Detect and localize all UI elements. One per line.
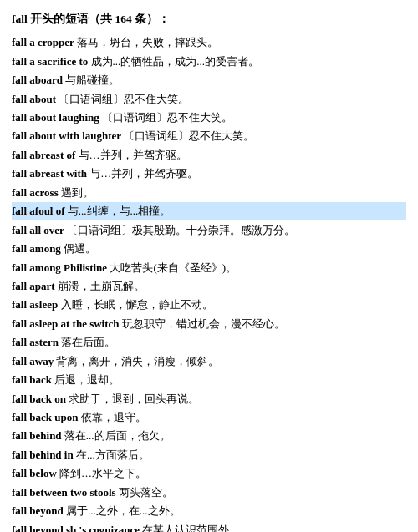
entry-key: fall astern	[12, 336, 61, 348]
entry-key: fall abreast with	[12, 167, 89, 180]
list-item: fall aboard 与船碰撞。	[12, 71, 406, 89]
list-item: fall away 背离，离开，消失，消瘦，倾斜。	[12, 352, 406, 370]
entry-key: fall apart	[12, 280, 58, 292]
entry-key: fall back upon	[12, 411, 81, 423]
page-title: fall 开头的短语（共 164 条）：	[12, 10, 406, 28]
list-item: fall beyond sb.'s cognizance 在某人认识范围外。	[12, 521, 406, 532]
list-item: fall a sacrifice to 成为...的牺牲品，成为...的受害者。	[12, 53, 406, 70]
entry-key: fall behind	[12, 429, 64, 442]
entry-key: fall all over	[12, 224, 67, 236]
entry-key: fall a sacrifice to	[12, 55, 91, 68]
list-item: fall abreast of 与…并列，并驾齐驱。	[12, 146, 406, 164]
entry-value: 降到…水平之下。	[59, 467, 146, 479]
entry-value: 偶遇。	[64, 242, 96, 255]
list-item: fall all over 〔口语词组〕极其殷勤。十分崇拜。感激万分。	[12, 221, 406, 239]
list-item: fall back upon 依靠，退守。	[12, 408, 406, 426]
entry-value: 在...方面落后。	[76, 448, 150, 461]
list-item: fall abreast with 与…并列，并驾齐驱。	[12, 165, 406, 182]
entry-value: 两头落空。	[119, 486, 173, 499]
entry-value: 属于...之外，在...之外。	[66, 504, 181, 517]
list-item: fall beyond 属于...之外，在...之外。	[12, 502, 406, 519]
entry-key: fall about laughing	[12, 111, 102, 124]
entry-value: 入睡，长眠，懈怠，静止不动。	[61, 298, 213, 311]
list-item: fall back on 求助于，退到，回头再说。	[12, 390, 406, 408]
entry-key: fall back	[12, 373, 54, 386]
entry-value: 落马，坍台，失败，摔跟头。	[77, 36, 218, 48]
entry-key: fall beyond sb.'s cognizance	[12, 524, 142, 532]
list-item: fall about 〔口语词组〕忍不住大笑。	[12, 90, 406, 108]
entry-key: fall among	[12, 242, 64, 255]
list-item: fall afoul of 与...纠缠，与...相撞。	[12, 202, 406, 220]
entry-key: fall back on	[12, 393, 69, 405]
entry-value: 落在后面。	[61, 336, 115, 348]
entry-key: fall about	[12, 93, 59, 105]
entry-key: fall asleep at the switch	[12, 317, 122, 330]
entry-key: fall beyond	[12, 504, 66, 517]
entry-key: fall aboard	[12, 73, 65, 86]
list-item: fall asleep at the switch 玩忽职守，错过机会，漫不经心…	[12, 315, 406, 332]
list-item: fall back 后退，退却。	[12, 371, 406, 388]
entry-value: 成为...的牺牲品，成为...的受害者。	[91, 55, 260, 68]
list-item: fall about laughing 〔口语词组〕忍不住大笑。	[12, 109, 406, 126]
entry-value: 〔口语词组〕忍不住大笑。	[124, 129, 254, 142]
entry-value: 与…并列，并驾齐驱。	[79, 149, 187, 161]
entry-value: 背离，离开，消失，消瘦，倾斜。	[56, 355, 219, 367]
entry-key: fall afoul of	[12, 205, 68, 217]
entry-key: fall across	[12, 186, 61, 199]
entry-value: 遇到。	[61, 186, 94, 199]
list-item: fall among Philistine 大吃苦头(来自《圣经》)。	[12, 259, 406, 276]
list-item: fall behind 落在...的后面，拖欠。	[12, 427, 406, 444]
entry-value: 后退，退却。	[54, 373, 120, 386]
entry-key: fall behind in	[12, 448, 76, 461]
entry-key: fall between two stools	[12, 486, 119, 499]
list-item: fall below 降到…水平之下。	[12, 464, 406, 482]
entry-value: 在某人认识范围外。	[142, 524, 240, 532]
entry-value: 玩忽职守，错过机会，漫不经心。	[122, 317, 285, 330]
entry-key: fall away	[12, 355, 56, 367]
entry-value: 〔口语词组〕忍不住大笑。	[102, 111, 232, 124]
entry-value: 与船碰撞。	[65, 73, 120, 86]
list-item: fall between two stools 两头落空。	[12, 484, 406, 501]
entry-key: fall about with laughter	[12, 129, 124, 142]
entry-value: 崩溃，土崩瓦解。	[58, 280, 145, 292]
list-item: fall asleep 入睡，长眠，懈怠，静止不动。	[12, 296, 406, 313]
list-item: fall behind in 在...方面落后。	[12, 446, 406, 464]
entry-value: 落在...的后面，拖欠。	[64, 429, 171, 442]
entries-list: fall a cropper 落马，坍台，失败，摔跟头。fall a sacri…	[12, 33, 406, 532]
entry-key: fall asleep	[12, 298, 61, 311]
list-item: fall about with laughter 〔口语词组〕忍不住大笑。	[12, 127, 406, 144]
entry-key: fall below	[12, 467, 59, 479]
entry-value: 〔口语词组〕忍不住大笑。	[59, 93, 189, 105]
list-item: fall apart 崩溃，土崩瓦解。	[12, 277, 406, 295]
entry-value: 与...纠缠，与...相撞。	[68, 205, 171, 217]
list-item: fall among 偶遇。	[12, 240, 406, 257]
list-item: fall a cropper 落马，坍台，失败，摔跟头。	[12, 33, 406, 51]
entry-value: 大吃苦头(来自《圣经》)。	[110, 261, 237, 274]
entry-value: 依靠，退守。	[81, 411, 146, 423]
entry-key: fall a cropper	[12, 36, 77, 48]
entry-value: 求助于，退到，回头再说。	[69, 393, 199, 405]
entry-key: fall among Philistine	[12, 261, 110, 274]
entry-key: fall abreast of	[12, 149, 79, 161]
entry-value: 〔口语词组〕极其殷勤。十分崇拜。感激万分。	[67, 224, 295, 236]
list-item: fall across 遇到。	[12, 184, 406, 201]
list-item: fall astern 落在后面。	[12, 333, 406, 351]
entry-value: 与…并列，并驾齐驱。	[89, 167, 198, 180]
